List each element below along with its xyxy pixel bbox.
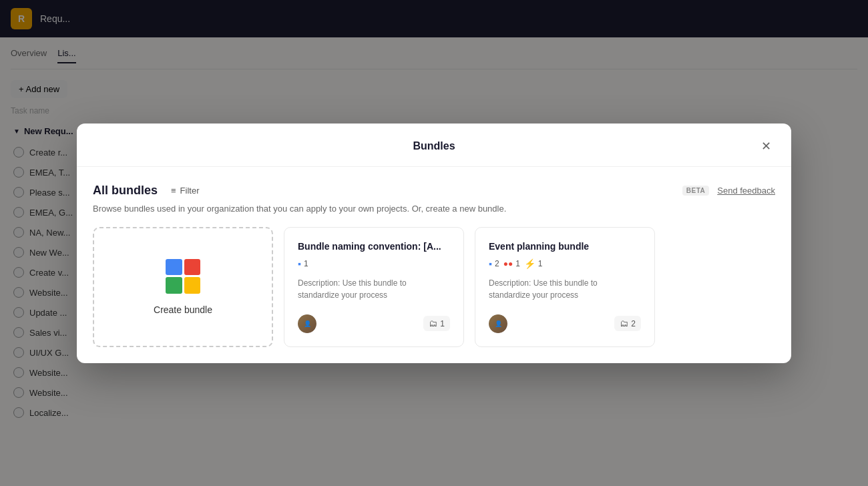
bundles-header-right: BETA Send feedback bbox=[682, 186, 775, 196]
filter-button[interactable]: ≡ Filter bbox=[166, 183, 204, 198]
avatar-image: 👤 bbox=[489, 314, 507, 333]
bundle-card-1-tags: ▪ 1 bbox=[298, 258, 450, 269]
count-value: 2 bbox=[631, 319, 636, 328]
count-icon: 🗂 bbox=[620, 318, 628, 328]
views-icon: ▪ bbox=[298, 258, 301, 269]
modal-body: All bundles ≡ Filter BETA Send feedback … bbox=[77, 167, 791, 363]
bundle-card-2[interactable]: Event planning bundle ▪ 2 ●● 1 ⚡ 1 bbox=[475, 227, 655, 347]
filter-label: Filter bbox=[180, 186, 200, 196]
filter-icon: ≡ bbox=[171, 186, 176, 196]
bundle-card-2-footer: 👤 🗂 2 bbox=[489, 314, 641, 333]
count-value: 1 bbox=[440, 319, 445, 328]
tag-count: 1 bbox=[515, 259, 520, 268]
modal-overlay: Bundles ✕ All bundles ≡ Filter BETA Send… bbox=[0, 0, 868, 486]
tag-count: 2 bbox=[495, 259, 499, 268]
modal-header: Bundles ✕ bbox=[77, 124, 791, 167]
create-bundle-label: Create bundle bbox=[154, 304, 212, 315]
bundles-description: Browse bundles used in your organization… bbox=[93, 204, 775, 214]
automations-icon: ⚡ bbox=[524, 258, 535, 269]
tag-count: 1 bbox=[538, 259, 543, 268]
grid-icon-cell-yellow bbox=[184, 277, 201, 294]
grid-icon-cell-red bbox=[184, 259, 201, 276]
bundles-heading: All bundles bbox=[93, 184, 158, 198]
bundle-card-1-count: 🗂 1 bbox=[423, 316, 450, 331]
grid-icon-cell-green bbox=[166, 277, 182, 294]
bundle-card-2-count: 🗂 2 bbox=[614, 316, 641, 331]
bundle-card-2-title: Event planning bundle bbox=[489, 241, 641, 252]
bundle-card-1[interactable]: Bundle naming convention: [A... ▪ 1 Desc… bbox=[284, 227, 464, 347]
bundles-header: All bundles ≡ Filter BETA Send feedback bbox=[93, 183, 775, 198]
bundles-grid: Create bundle Bundle naming convention: … bbox=[93, 227, 775, 347]
modal-title: Bundles bbox=[112, 140, 756, 152]
beta-badge: BETA bbox=[682, 186, 709, 196]
create-bundle-card[interactable]: Create bundle bbox=[93, 227, 273, 347]
bundle-card-1-avatar: 👤 bbox=[298, 314, 316, 333]
bundles-modal: Bundles ✕ All bundles ≡ Filter BETA Send… bbox=[77, 124, 791, 363]
bundle-card-2-tags: ▪ 2 ●● 1 ⚡ 1 bbox=[489, 258, 641, 269]
count-icon: 🗂 bbox=[429, 318, 437, 328]
views-icon: ▪ bbox=[489, 258, 492, 269]
members-icon: ●● bbox=[503, 259, 513, 268]
bundle-tag-members: ●● 1 bbox=[503, 259, 520, 268]
grid-icon-cell-blue bbox=[166, 259, 182, 276]
create-bundle-grid-icon bbox=[166, 259, 200, 294]
bundle-card-1-description: Description: Use this bundle to standard… bbox=[298, 277, 450, 304]
modal-close-button[interactable]: ✕ bbox=[756, 137, 775, 156]
avatar-image: 👤 bbox=[298, 314, 316, 333]
bundle-card-2-description: Description: Use this bundle to standard… bbox=[489, 277, 641, 304]
bundle-card-1-footer: 👤 🗂 1 bbox=[298, 314, 450, 333]
bundle-tag-views: ▪ 2 bbox=[489, 258, 499, 269]
bundle-card-1-title: Bundle naming convention: [A... bbox=[298, 241, 450, 252]
bundle-tag-views: ▪ 1 bbox=[298, 258, 308, 269]
tag-count: 1 bbox=[304, 259, 308, 268]
send-feedback-link[interactable]: Send feedback bbox=[717, 186, 775, 196]
bundle-card-2-avatar: 👤 bbox=[489, 314, 507, 333]
close-icon: ✕ bbox=[761, 139, 771, 154]
bundle-tag-automations: ⚡ 1 bbox=[524, 258, 543, 269]
